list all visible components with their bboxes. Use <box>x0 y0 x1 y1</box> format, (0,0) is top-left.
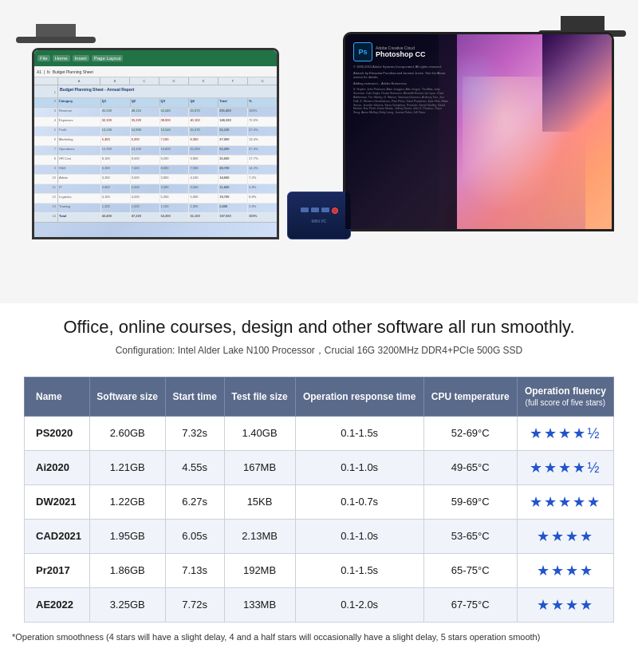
star-rating-cell: ★★★★½ <box>517 416 613 450</box>
data-cell: 192MB <box>224 553 295 587</box>
col-cell: Total <box>58 213 101 222</box>
main-headline: Office, online courses, design and other… <box>24 316 614 339</box>
software-name-cell: PS2020 <box>25 416 90 450</box>
col-cell: 32,100 <box>101 117 131 126</box>
data-cell: 67-75°C <box>423 587 517 622</box>
table-container: Name Software size Start time Test file … <box>0 377 638 623</box>
row-num: 14 <box>34 213 58 222</box>
col-cell: 7.2% <box>248 175 277 184</box>
col-cell: 9.8% <box>248 194 277 203</box>
col-cell: 7,100 <box>160 136 190 145</box>
col-cell: 35,600 <box>219 156 248 164</box>
col-cell: 55,200 <box>219 146 248 155</box>
col-cell: Q4 <box>189 98 219 107</box>
excel-data-row: 4 Expenses 32,100 35,220 38,900 40,100 1… <box>34 117 277 127</box>
data-cell: 2.13MB <box>224 519 295 553</box>
mini-pc-ports <box>301 208 338 214</box>
col-cell: 2,800 <box>101 184 131 193</box>
col-cell: Q3 <box>160 98 190 107</box>
star-rating-cell: ★★★★ <box>517 519 613 553</box>
col-header-start-time: Start time <box>165 377 224 416</box>
data-cell: 65-75°C <box>423 553 517 587</box>
ps-hair-dark <box>542 34 612 132</box>
col-cell: Expenses <box>58 117 101 126</box>
usb-port-3 <box>321 208 329 212</box>
excel-tab: Insert <box>73 55 89 61</box>
excel-data-row: 6 Marketing 5,400 6,200 7,100 8,300 27,0… <box>34 136 277 146</box>
right-monitor-stand <box>561 16 605 30</box>
data-cell: 0.1-2.0s <box>295 587 423 622</box>
excel-col-b: B <box>100 77 130 85</box>
col-cell: 27.4% <box>248 146 277 155</box>
col-cell: 1,800 <box>189 204 219 212</box>
table-row: Pr20171.86GB7.13s192MB0.1-1.5s65-75°C★★★… <box>25 553 614 587</box>
data-cell: 52-69°C <box>423 416 517 450</box>
excel-col-d: D <box>160 77 189 85</box>
col-cell: 7,000 <box>189 165 219 174</box>
data-cell: 6.05s <box>165 519 224 553</box>
col-cell: 15,200 <box>189 146 219 155</box>
col-cell: 55,130 <box>219 127 248 136</box>
col-cell: 201,450 <box>219 108 248 117</box>
star-rating-cell: ★★★★ <box>517 587 613 622</box>
col-cell: 40,100 <box>189 117 219 126</box>
col-cell: 27.4% <box>248 127 277 136</box>
performance-table: Name Software size Start time Test file … <box>24 377 614 623</box>
row-num: 1 <box>34 85 58 97</box>
col-cell: 5,900 <box>189 194 219 203</box>
data-cell: 1.86GB <box>89 553 165 587</box>
stars-display: ★★★★★ <box>530 494 601 510</box>
data-cell: 7.13s <box>165 553 224 587</box>
excel-data-row: 12 Logistics 4,100 4,500 5,200 5,900 19,… <box>34 194 277 204</box>
col-cell: Admin <box>58 175 101 184</box>
col-cell: 28,720 <box>219 165 248 174</box>
left-monitor-wrapper: File Home Insert Page Layout A1 | fx Bud… <box>16 24 96 43</box>
col-cell: 11,600 <box>219 184 248 193</box>
col-cell: 15,570 <box>189 127 219 136</box>
sub-headline: Configuration: Intel Alder Lake N100 Pro… <box>24 344 614 358</box>
table-header: Name Software size Start time Test file … <box>25 377 614 416</box>
excel-tab: File <box>37 55 50 61</box>
ps-portrait-bg <box>439 34 612 229</box>
excel-col-a: A <box>58 77 100 85</box>
excel-data-row: 3 Revenue 45,230 48,110 52,440 55,670 20… <box>34 108 277 117</box>
col-cell: 13,100 <box>131 146 160 155</box>
col-cell: 2.8% <box>248 204 277 212</box>
col-cell: 14,600 <box>160 146 190 155</box>
excel-data-row: 7 Operations 12,300 13,100 14,600 15,200… <box>34 146 277 156</box>
table-row: PS20202.60GB7.32s1.40GB0.1-1.5s52-69°C★★… <box>25 416 614 450</box>
excel-rows-container: 1 Budget Planning Sheet - Annual Report … <box>34 85 277 234</box>
col-cell: 6,200 <box>131 136 160 145</box>
col-cell: Revenue <box>58 108 101 117</box>
col-cell: 9,800 <box>189 156 219 164</box>
col-cell: 52,440 <box>160 108 190 117</box>
excel-row-2: 2 Category Q1 Q2 Q3 Q4 Total % <box>34 98 277 108</box>
table-body: PS20202.60GB7.32s1.40GB0.1-1.5s52-69°C★★… <box>25 416 614 622</box>
row-num: 8 <box>34 156 58 164</box>
right-monitor-screen: Ps Adobe Creative Cloud Photoshop CC © 1… <box>345 34 612 229</box>
text-section: Office, online courses, design and other… <box>0 303 638 377</box>
star-rating-cell: ★★★★½ <box>517 450 613 484</box>
col-cell: 52,200 <box>160 213 190 222</box>
table-row: CAD20211.95GB6.05s2.13MB0.1-1.0s53-65°C★… <box>25 519 614 553</box>
col-cell: 146,320 <box>219 117 248 126</box>
row-num: 4 <box>34 117 58 126</box>
col-cell: 47,220 <box>131 213 160 222</box>
col-cell: 1,200 <box>101 204 131 212</box>
row-num: 3 <box>34 108 58 117</box>
col-cell: 14.3% <box>248 165 277 174</box>
ps-copyright: © 1990-2015 Adobe Systems Incorporated. … <box>353 65 449 69</box>
row-num: 11 <box>34 184 58 193</box>
excel-col-headers: A B C D E F G <box>34 77 277 85</box>
stars-display: ★★★★ <box>537 597 594 613</box>
col-cell: 3,300 <box>160 184 190 193</box>
col-cell: % <box>248 98 277 107</box>
table-row: Ai20201.21GB4.55s167MB0.1-1.0s49-65°C★★★… <box>25 450 614 484</box>
ps-brand-title: Photoshop CC <box>376 50 426 58</box>
data-cell: 167MB <box>224 450 295 484</box>
header-row: Name Software size Start time Test file … <box>25 377 614 416</box>
data-cell: 0.1-0.7s <box>295 484 423 519</box>
col-cell: Total <box>219 98 248 107</box>
right-monitor: Ps Adobe Creative Cloud Photoshop CC © 1… <box>343 32 614 231</box>
footer-note: *Operation smoothness (4 stars will have… <box>0 623 638 656</box>
